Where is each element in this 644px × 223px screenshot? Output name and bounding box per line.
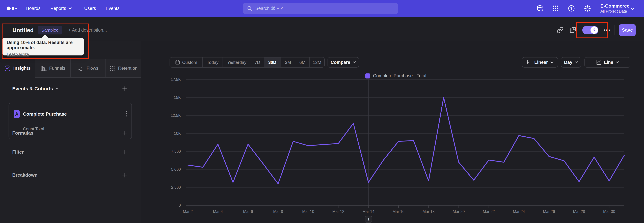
events-cohorts-header-row: Events & Cohorts <box>0 85 141 92</box>
add-filter-button[interactable] <box>122 149 128 156</box>
linear-scale-icon <box>526 59 532 65</box>
add-breakdown-button[interactable] <box>122 172 128 179</box>
chevron-down-icon <box>55 88 59 90</box>
logo-dot <box>12 7 14 10</box>
line-chart[interactable]: 17.5K15K12.5K10K7,5005,0002,5000Mar 2Mar… <box>168 77 637 223</box>
page-number: 1 <box>367 217 370 221</box>
funnels-icon <box>40 65 47 72</box>
range-7d[interactable]: 7D <box>251 57 264 67</box>
help-button[interactable]: ? <box>568 5 575 12</box>
svg-text:Mar 12: Mar 12 <box>332 209 344 214</box>
svg-text:?: ? <box>570 6 573 11</box>
link-icon <box>557 27 564 33</box>
tab-flows[interactable]: Flows <box>70 59 106 78</box>
range-3m[interactable]: 3M <box>280 57 295 67</box>
range-yesterday[interactable]: Yesterday <box>222 57 251 67</box>
nav-item-boards[interactable]: Boards <box>26 0 40 17</box>
help-icon: ? <box>568 5 575 12</box>
chart-page-button[interactable]: 1 <box>365 216 372 222</box>
search-placeholder: Search ⌘ + K <box>255 6 284 11</box>
report-title[interactable]: Untitled <box>12 27 34 33</box>
sampling-toggle[interactable] <box>582 26 598 34</box>
settings-button[interactable] <box>584 5 591 12</box>
svg-text:Mar 4: Mar 4 <box>213 209 223 214</box>
range-label: Custom <box>182 60 197 65</box>
interval-dropdown[interactable]: Day <box>561 57 581 68</box>
add-to-board-button[interactable] <box>570 27 576 33</box>
chevron-down-icon <box>353 61 356 63</box>
scale-label: Linear <box>534 60 548 65</box>
sampled-badge[interactable]: Sampled <box>38 26 62 34</box>
nav-item-events[interactable]: Events <box>106 0 120 17</box>
event-menu-button[interactable] <box>126 110 127 118</box>
nav-item-users[interactable]: Users <box>84 0 96 17</box>
events-cohorts-header[interactable]: Events & Cohorts <box>12 86 59 92</box>
svg-text:Mar 2: Mar 2 <box>183 209 193 214</box>
svg-text:Mar 22: Mar 22 <box>483 209 495 214</box>
range-label: 12M <box>313 60 321 65</box>
chevron-down-icon <box>68 8 72 10</box>
event-series-badge: A <box>14 110 20 118</box>
chevron-down-icon <box>616 61 619 63</box>
add-formula-button[interactable] <box>122 130 128 137</box>
tab-label: Flows <box>86 66 98 71</box>
svg-text:0: 0 <box>178 203 181 207</box>
range-today[interactable]: Today <box>202 57 222 67</box>
copy-link-button[interactable] <box>557 27 564 33</box>
project-switcher[interactable]: E-Commerce All Project Data <box>600 0 630 17</box>
events-cohorts-label: Events & Cohorts <box>12 86 53 92</box>
range-6m[interactable]: 6M <box>295 57 310 67</box>
copy-plus-icon <box>570 27 576 33</box>
insights-icon <box>4 65 11 72</box>
nav-item-label: Events <box>106 6 120 11</box>
flows-icon <box>78 65 84 72</box>
tab-funnels[interactable]: Funnels <box>35 59 70 78</box>
nav-item-label: Boards <box>26 6 40 11</box>
chevron-down-icon[interactable] <box>630 8 634 11</box>
range-label: Today <box>207 60 218 65</box>
svg-text:Mar 24: Mar 24 <box>513 209 525 214</box>
project-scope: All Project Data <box>600 9 630 14</box>
svg-text:12.5K: 12.5K <box>171 113 181 118</box>
interval-label: Day <box>564 60 572 65</box>
top-nav-bar: Boards Reports Users Events Search ⌘ + K <box>0 0 644 17</box>
title-bar-actions: Save <box>557 24 636 36</box>
svg-text:Mar 20: Mar 20 <box>453 209 465 214</box>
sampling-tooltip: Using 10% of data. Results are approxima… <box>2 38 84 55</box>
query-builder-sidebar: Insights Funnels Flows <box>0 41 141 223</box>
range-30d[interactable]: 30D <box>264 57 280 67</box>
scale-dropdown[interactable]: Linear <box>522 57 558 68</box>
add-description-field[interactable]: + Add description... <box>68 28 107 33</box>
range-12m[interactable]: 12M <box>310 57 324 67</box>
report-type-tabs: Insights Funnels Flows <box>0 59 141 78</box>
save-button[interactable]: Save <box>619 24 636 36</box>
toggle-knob <box>590 26 598 34</box>
logo-dot <box>7 7 10 11</box>
apps-grid-icon[interactable] <box>552 5 559 12</box>
range-label: 30D <box>268 60 276 65</box>
nav-item-label: Users <box>84 6 96 11</box>
svg-text:Mar 10: Mar 10 <box>302 209 314 214</box>
tab-retention[interactable]: Retention <box>106 59 141 78</box>
data-management-icon[interactable] <box>536 5 544 12</box>
learn-more-link[interactable]: Learn More <box>7 52 29 57</box>
tooltip-text: Using 10% of data. Results are approxima… <box>7 40 84 50</box>
add-event-button[interactable] <box>122 86 128 92</box>
svg-text:Mar 14: Mar 14 <box>362 209 374 214</box>
mixpanel-logo-icon[interactable] <box>7 0 17 17</box>
tab-insights[interactable]: Insights <box>0 59 35 78</box>
formulas-row: Formulas <box>0 129 141 137</box>
chart-type-dropdown[interactable]: Line <box>584 57 630 68</box>
search-input[interactable]: Search ⌘ + K <box>243 3 398 14</box>
search-icon <box>247 6 252 11</box>
svg-text:Mar 16: Mar 16 <box>392 209 404 214</box>
range-custom[interactable]: Custom <box>170 57 202 67</box>
more-options-button[interactable] <box>604 27 610 33</box>
nav-item-reports[interactable]: Reports <box>50 0 72 17</box>
database-gear-icon <box>536 5 544 12</box>
compare-dropdown[interactable]: Compare <box>328 57 359 68</box>
line-chart-icon <box>596 59 602 65</box>
calendar-icon <box>175 60 180 65</box>
grid-icon <box>552 5 559 12</box>
filter-label: Filter <box>12 149 24 155</box>
